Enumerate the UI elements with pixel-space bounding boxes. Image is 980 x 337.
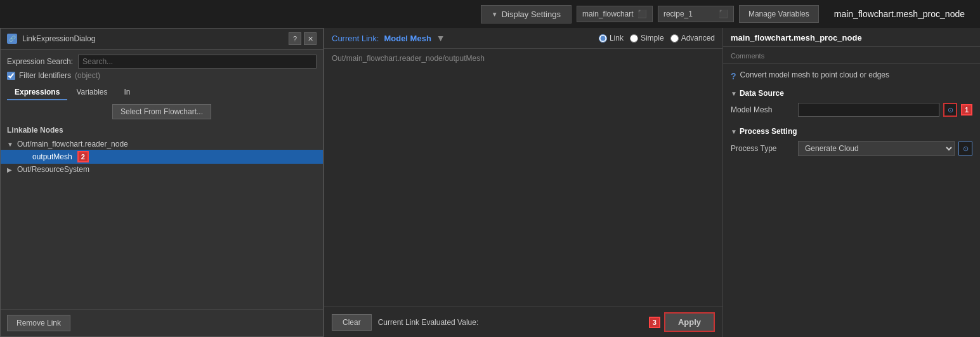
right-comments-label: Comments	[723, 51, 980, 64]
link-circle-icon: ⊙	[948, 106, 953, 114]
search-input[interactable]	[78, 55, 317, 69]
tree-item-label2: outputMesh	[32, 152, 72, 161]
dialog-controls: ? ✕	[289, 32, 317, 45]
radio-simple[interactable]: Simple	[630, 34, 664, 43]
remove-link-button[interactable]: Remove Link	[7, 315, 70, 331]
recipe-dropdown[interactable]: recipe_1 ⬛	[658, 6, 734, 22]
data-source-label: Data Source	[740, 89, 784, 98]
middle-content	[324, 68, 722, 307]
tree-item-label3: Out/ResourceSystem	[17, 165, 89, 174]
dialog-title-area: 🔗 LinkExpressionDialog	[7, 34, 95, 44]
middle-header-right: Link Simple Advanced	[599, 34, 715, 43]
tree-toggle-icon3: ▶	[7, 166, 15, 173]
link-expression-dialog: 🔗 LinkExpressionDialog ? ✕ Expression Se…	[0, 28, 323, 337]
tree-item-output-mesh[interactable]: outputMesh 2	[1, 150, 323, 164]
apply-button[interactable]: Apply	[664, 312, 715, 332]
dialog-title-text: LinkExpressionDialog	[22, 34, 95, 43]
radio-link[interactable]: Link	[599, 34, 624, 43]
tree-item-label: Out/main_flowchart.reader_node	[17, 140, 128, 149]
search-area: Expression Search: Filter Identifiers (o…	[1, 50, 323, 83]
tab-expressions[interactable]: Expressions	[7, 85, 67, 100]
help-circle-icon: ?	[731, 71, 736, 81]
main-layout: 🔗 LinkExpressionDialog ? ✕ Expression Se…	[0, 28, 980, 337]
filter-checkbox[interactable]	[7, 72, 15, 80]
select-btn-row: Select From Flowchart...	[1, 100, 323, 123]
tree-area: ▼ Out/main_flowchart.reader_node outputM…	[1, 136, 323, 309]
badge-2: 2	[77, 151, 89, 162]
right-node-title: main_flowchart.mesh_proc_node	[723, 33, 980, 47]
right-panel: main_flowchart.mesh_proc_node Comments ?…	[723, 28, 980, 337]
model-mesh-property-row: Model Mesh ⊙ 1	[731, 103, 972, 117]
right-help-row: ? Convert model mesh to point cloud or e…	[723, 68, 980, 86]
process-type-link-button[interactable]: ⊙	[958, 142, 972, 155]
model-mesh-input[interactable]	[798, 103, 939, 117]
flowchart-value: main_flowchart	[582, 10, 634, 18]
dialog-icon: 🔗	[7, 34, 17, 44]
display-settings-button[interactable]: ▼ Display Settings	[481, 5, 572, 23]
linkable-nodes-label: Linkable Nodes	[1, 123, 323, 136]
current-link-prefix: Current Link:	[332, 34, 379, 43]
tabs-row: Expressions Variables In	[1, 83, 323, 100]
process-type-select[interactable]: Generate CloudGenerate Edges	[798, 141, 955, 156]
dialog-close-button[interactable]: ✕	[304, 32, 317, 45]
link-dropdown-icon[interactable]: ▼	[436, 33, 445, 43]
section-collapse-icon2: ▼	[731, 128, 737, 135]
manage-variables-button[interactable]: Manage Variables	[739, 5, 819, 23]
radio-group: Link Simple Advanced	[599, 34, 715, 43]
radio-advanced[interactable]: Advanced	[670, 34, 715, 43]
dropdown-arrow-icon2: ⬛	[719, 10, 728, 18]
process-setting-section-header[interactable]: ▼ Process Setting	[723, 124, 980, 138]
model-mesh-label: Model Mesh	[731, 105, 794, 114]
filter-label: Filter Identifiers	[19, 71, 71, 80]
dialog-titlebar: 🔗 LinkExpressionDialog ? ✕	[1, 29, 323, 50]
data-source-section-header[interactable]: ▼ Data Source	[723, 86, 980, 100]
model-mesh-link-button[interactable]: ⊙	[943, 103, 957, 117]
clear-button[interactable]: Clear	[332, 314, 372, 331]
process-type-property-row: Process Type Generate CloudGenerate Edge…	[731, 141, 972, 156]
dialog-help-button[interactable]: ?	[289, 32, 301, 45]
flowchart-dropdown[interactable]: main_flowchart ⬛	[577, 6, 653, 22]
badge-1: 1	[961, 104, 972, 116]
dropdown-arrow-icon: ⬛	[637, 10, 647, 18]
apply-btn-wrapper: 3 Apply	[649, 312, 715, 332]
middle-footer: Clear Current Link Evaluated Value: 3 Ap…	[324, 307, 722, 337]
search-label: Expression Search:	[7, 57, 73, 66]
process-setting-content: Process Type Generate CloudGenerate Edge…	[723, 138, 980, 164]
data-source-content: Model Mesh ⊙ 1	[723, 100, 980, 124]
section-collapse-icon: ▼	[731, 90, 737, 97]
tab-variables[interactable]: Variables	[69, 85, 115, 100]
current-link-value: Model Mesh	[384, 34, 431, 43]
select-from-flowchart-button[interactable]: Select From Flowchart...	[112, 104, 211, 119]
dialog-bottom: Remove Link	[1, 309, 323, 336]
middle-panel: Current Link: Model Mesh ▼ Link Simple A…	[323, 28, 723, 337]
tree-item-resource-system[interactable]: ▶ Out/ResourceSystem	[1, 164, 323, 175]
tree-item-reader-node[interactable]: ▼ Out/main_flowchart.reader_node	[1, 138, 323, 150]
tree-toggle-icon: ▼	[7, 141, 15, 148]
process-type-label: Process Type	[731, 144, 794, 153]
link-circle-icon2: ⊙	[963, 145, 969, 153]
evaluated-label: Current Link Evaluated Value:	[378, 318, 479, 327]
tab-in[interactable]: In	[117, 85, 138, 100]
display-settings-label: Display Settings	[502, 10, 561, 19]
badge-3: 3	[649, 317, 660, 328]
triangle-icon: ▼	[492, 11, 498, 18]
recipe-value: recipe_1	[663, 10, 693, 18]
link-path-display: Out/main_flowchart.reader_node/outputMes…	[324, 49, 722, 68]
middle-header: Current Link: Model Mesh ▼ Link Simple A…	[324, 28, 722, 49]
filter-type: (object)	[75, 71, 100, 80]
manage-vars-label: Manage Variables	[748, 10, 809, 18]
node-title: main_flowchart.mesh_proc_node	[824, 9, 975, 19]
help-text: Convert model mesh to point cloud or edg…	[740, 70, 972, 79]
process-setting-label: Process Setting	[740, 127, 797, 136]
top-bar: ▼ Display Settings main_flowchart ⬛ reci…	[0, 0, 980, 28]
